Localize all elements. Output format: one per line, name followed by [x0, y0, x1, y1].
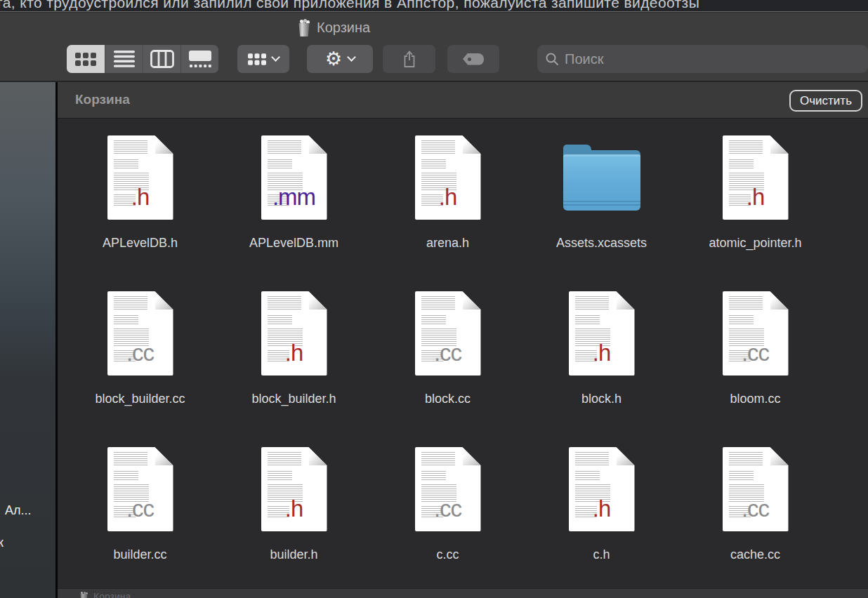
view-list-button[interactable] — [105, 45, 143, 73]
chevron-down-icon — [347, 53, 356, 62]
search-field[interactable] — [537, 45, 868, 73]
list-view-icon — [114, 51, 135, 67]
group-by-button[interactable] — [237, 45, 289, 73]
source-file-icon: .h — [107, 135, 173, 220]
file-extension-label: .cc — [107, 496, 173, 522]
gear-icon: ⚙ — [325, 49, 342, 68]
file-name: block.h — [581, 392, 622, 406]
source-file-icon: .cc — [723, 291, 789, 376]
file-extension-label: .cc — [107, 340, 173, 366]
view-gallery-button[interactable] — [180, 45, 218, 73]
file-extension-label: .h — [261, 496, 327, 522]
source-file-icon: .h — [569, 447, 635, 531]
file-name: cache.cc — [730, 547, 780, 562]
source-file-icon: .h — [261, 447, 327, 531]
file-name: c.cc — [436, 547, 459, 562]
chevron-down-icon — [271, 53, 280, 62]
file-name: APLevelDB.h — [103, 236, 178, 251]
file-extension-label: .h — [261, 340, 327, 366]
file-name: builder.cc — [113, 547, 166, 562]
page-fold — [155, 135, 173, 154]
path-bar[interactable]: Корзина — [58, 588, 868, 598]
source-file-icon: .cc — [723, 447, 789, 531]
folder-header: Корзина Очистить — [58, 82, 868, 119]
file-name: arena.h — [426, 236, 469, 251]
page-fold — [770, 135, 789, 154]
source-file-icon: .h — [415, 135, 481, 220]
trash-full-icon — [298, 18, 310, 36]
background-list-item: к — [0, 536, 4, 550]
action-menu-button[interactable]: ⚙ — [307, 45, 373, 73]
banner-text: та, кто трудоустроился или запилил свои … — [0, 0, 699, 11]
file-name: APLevelDB.mm — [249, 236, 338, 251]
view-icons-button[interactable] — [67, 45, 105, 73]
file-item[interactable]: .h APLevelDB.h — [63, 135, 217, 291]
page-fold — [155, 291, 173, 310]
file-item[interactable]: .cc bloom.cc — [678, 291, 832, 447]
file-item[interactable]: .mm APLevelDB.mm — [217, 135, 371, 291]
file-name: block_builder.h — [251, 392, 336, 406]
gallery-view-icon — [189, 51, 211, 67]
tags-button[interactable] — [447, 45, 499, 73]
path-label: Корзина — [93, 591, 131, 598]
source-file-icon: .h — [723, 135, 789, 220]
file-extension-label: .cc — [723, 496, 789, 522]
file-item[interactable]: .h c.h — [525, 447, 678, 583]
source-file-icon: .cc — [107, 291, 173, 376]
page-fold — [309, 291, 327, 310]
file-name: builder.h — [270, 547, 317, 562]
columns-view-icon — [150, 50, 174, 68]
file-extension-label: .cc — [415, 340, 481, 366]
background-window-strip[interactable]: Ал... к — [0, 82, 55, 598]
file-extension-label: .cc — [415, 496, 481, 522]
source-file-icon: .cc — [107, 447, 173, 531]
tag-icon — [463, 53, 484, 65]
folder-title: Корзина — [75, 92, 130, 107]
empty-trash-button[interactable]: Очистить — [789, 90, 862, 112]
file-item[interactable]: .cc builder.cc — [63, 447, 217, 583]
file-name: block_builder.cc — [95, 392, 185, 406]
page-fold — [617, 447, 635, 465]
folder-icon — [560, 145, 643, 211]
view-columns-button[interactable] — [143, 45, 180, 73]
file-name: bloom.cc — [730, 392, 780, 406]
file-item[interactable]: .h arena.h — [371, 135, 525, 291]
file-extension-label: .h — [415, 184, 481, 211]
page-fold — [770, 447, 789, 465]
window-title: Корзина — [298, 15, 370, 39]
file-item[interactable]: .cc block.cc — [371, 291, 525, 447]
file-name: block.cc — [425, 392, 471, 406]
source-file-icon: .h — [261, 291, 327, 376]
file-extension-label: .cc — [723, 340, 789, 366]
source-file-icon: .cc — [415, 447, 481, 531]
source-file-icon: .mm — [261, 135, 327, 220]
file-name: Assets.xcassets — [556, 236, 647, 251]
file-name: atomic_pointer.h — [709, 236, 801, 251]
file-item[interactable]: .h atomic_pointer.h — [678, 135, 832, 291]
search-icon — [546, 53, 559, 66]
file-item[interactable]: .h block.h — [525, 291, 678, 447]
share-button[interactable] — [383, 45, 435, 73]
background-banner[interactable]: та, кто трудоустроился или запилил свои … — [0, 0, 868, 12]
file-item[interactable]: .cc block_builder.cc — [63, 291, 217, 447]
file-item[interactable]: Assets.xcassets — [525, 135, 678, 291]
file-item[interactable]: .cc c.cc — [371, 447, 525, 583]
page-fold — [770, 291, 789, 310]
share-icon — [402, 51, 416, 68]
page-fold — [463, 135, 481, 154]
view-switcher — [67, 45, 218, 73]
file-extension-label: .h — [569, 496, 635, 522]
file-item[interactable]: .h builder.h — [217, 447, 371, 583]
trash-path-icon — [79, 591, 88, 598]
search-input[interactable] — [565, 51, 831, 67]
file-item[interactable]: .cc cache.cc — [678, 447, 832, 583]
file-item[interactable]: .h block_builder.h — [217, 291, 371, 447]
files-grid: .h APLevelDB.h .mm APLeve — [58, 119, 868, 583]
finder-content: Корзина Очистить .h APLevelDB.h — [58, 82, 868, 598]
file-extension-label: .mm — [261, 184, 327, 211]
grid-view-icon — [75, 53, 96, 66]
window-title-label: Корзина — [317, 20, 370, 36]
page-fold — [463, 291, 481, 310]
page-fold — [463, 447, 481, 465]
file-extension-label: .h — [107, 184, 173, 211]
